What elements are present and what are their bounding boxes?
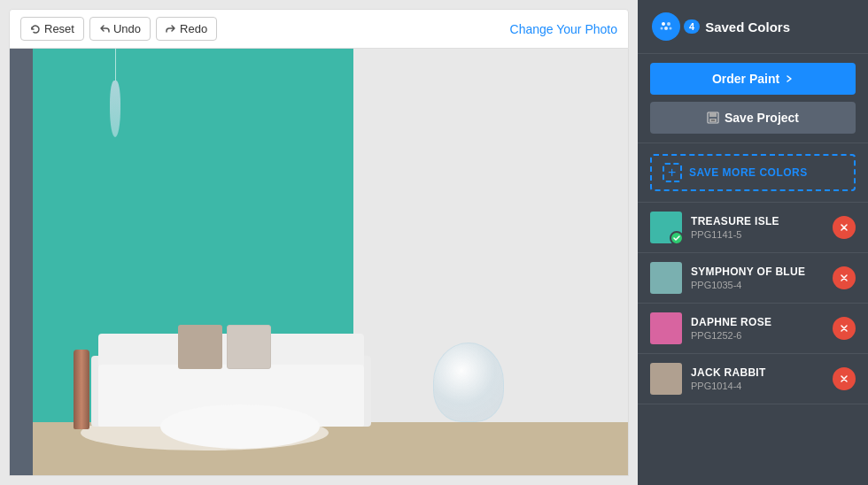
reset-label: Reset	[44, 22, 74, 35]
palette-icon	[652, 12, 680, 41]
saved-count-badge: 4	[684, 19, 700, 34]
color-swatch-container	[650, 212, 682, 243]
delete-color-button[interactable]	[833, 317, 856, 340]
color-swatch-container	[650, 363, 682, 395]
color-swatch-container	[650, 262, 682, 294]
vase-tall	[74, 350, 89, 429]
palette-svg	[658, 19, 674, 35]
color-code: PPG1141-5	[691, 229, 824, 240]
redo-label: Redo	[180, 22, 207, 35]
undo-icon	[99, 24, 110, 35]
add-colors-button[interactable]: + SAVE MORE COLORS	[650, 154, 856, 191]
left-panel: Reset Undo Redo Change Your Photo	[0, 0, 638, 485]
order-paint-label: Order Paint	[712, 72, 779, 86]
svg-rect-6	[709, 112, 717, 117]
room-image-container	[9, 49, 629, 476]
color-code: PPG1252-6	[691, 330, 824, 341]
color-info: JACK RABBITPPG1014-4	[691, 366, 824, 391]
order-paint-button[interactable]: Order Paint	[650, 63, 856, 95]
svg-rect-8	[711, 119, 715, 121]
colors-list: TREASURE ISLEPPG1141-5SYMPHONY OF BLUEPP…	[638, 203, 868, 485]
save-icon	[707, 112, 719, 124]
color-list-item: DAPHNE ROSEPPG1252-6	[638, 304, 868, 354]
pillow-decorative-2	[227, 325, 271, 369]
redo-button[interactable]: Redo	[156, 17, 217, 41]
color-name: DAPHNE ROSE	[691, 316, 824, 328]
plus-icon: +	[663, 163, 682, 182]
svg-point-4	[670, 27, 672, 30]
svg-point-1	[667, 22, 670, 26]
pillow-decorative-1	[178, 325, 222, 369]
sidebar-header: 4 Saved Colors	[638, 0, 868, 54]
active-checkmark	[670, 231, 684, 245]
room-scene	[10, 49, 628, 475]
wall-gray-left	[10, 49, 33, 475]
save-project-label: Save Project	[725, 111, 799, 125]
pendant-shade	[110, 81, 120, 137]
color-code: PPG1014-4	[691, 381, 824, 391]
color-list-item: SYMPHONY OF BLUEPPG1035-4	[638, 253, 868, 304]
color-list-item: JACK RABBITPPG1014-4	[638, 354, 868, 404]
color-code: PPG1035-4	[691, 280, 824, 290]
color-swatch[interactable]	[650, 312, 682, 344]
change-photo-link[interactable]: Change Your Photo	[510, 22, 617, 36]
reset-button[interactable]: Reset	[20, 17, 84, 41]
svg-point-0	[662, 22, 665, 26]
color-swatch-container	[650, 312, 682, 344]
color-list-item: TREASURE ISLEPPG1141-5	[638, 203, 868, 253]
undo-label: Undo	[113, 22, 141, 35]
color-info: TREASURE ISLEPPG1141-5	[691, 215, 824, 240]
save-project-button[interactable]: Save Project	[650, 102, 856, 134]
coffee-table	[160, 404, 320, 449]
toolbar: Reset Undo Redo Change Your Photo	[9, 9, 629, 49]
color-name: TREASURE ISLE	[691, 215, 824, 227]
delete-color-button[interactable]	[833, 266, 856, 289]
sidebar-actions: Order Paint Save Project	[638, 54, 868, 143]
pendant-light	[107, 49, 123, 137]
color-info: DAPHNE ROSEPPG1252-6	[691, 316, 824, 341]
chevron-right-icon	[785, 74, 794, 83]
svg-point-2	[664, 27, 668, 30]
color-info: SYMPHONY OF BLUEPPG1035-4	[691, 266, 824, 290]
undo-button[interactable]: Undo	[89, 17, 151, 41]
saved-colors-title: Saved Colors	[705, 19, 790, 35]
color-name: SYMPHONY OF BLUE	[691, 266, 824, 278]
add-colors-label: SAVE MORE COLORS	[689, 166, 808, 179]
color-swatch[interactable]	[650, 262, 682, 294]
redo-icon	[166, 24, 176, 35]
add-colors-section: + SAVE MORE COLORS	[638, 143, 868, 203]
right-sidebar: 4 Saved Colors Order Paint Save Project …	[638, 0, 868, 485]
delete-color-button[interactable]	[833, 216, 856, 239]
color-swatch[interactable]	[650, 363, 682, 395]
reset-icon	[30, 24, 41, 35]
color-name: JACK RABBIT	[691, 366, 824, 379]
toolbar-left: Reset Undo Redo	[20, 17, 217, 41]
svg-point-3	[661, 27, 663, 30]
pendant-wire	[115, 49, 116, 81]
delete-color-button[interactable]	[833, 367, 856, 390]
globe-vase	[433, 343, 504, 422]
